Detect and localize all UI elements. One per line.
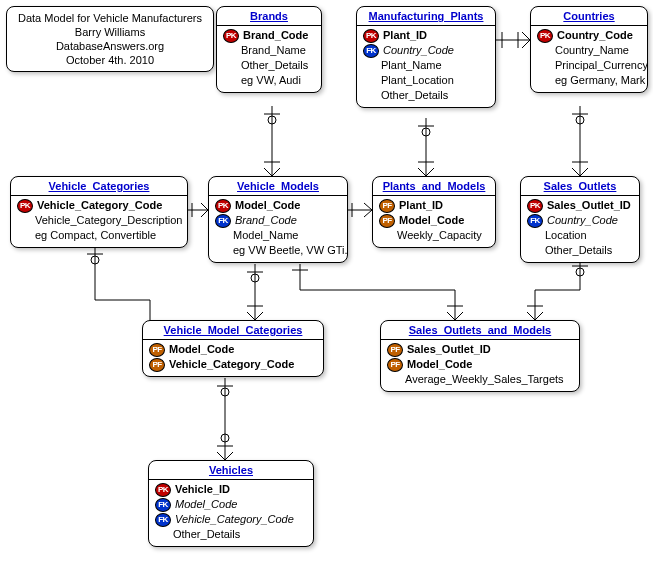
attribute-row: PKModel_Code bbox=[215, 198, 341, 213]
attribute-name: Average_Weekly_Sales_Targets bbox=[405, 372, 564, 387]
pk-icon: PK bbox=[155, 483, 171, 497]
pf-icon: PF bbox=[379, 199, 395, 213]
attribute-row: Location bbox=[527, 228, 633, 243]
svg-point-19 bbox=[576, 116, 584, 124]
attribute-name: Plant_ID bbox=[399, 198, 443, 213]
pf-icon: PF bbox=[379, 214, 395, 228]
entity-title: Vehicles bbox=[149, 461, 313, 480]
entity-body: PKSales_Outlet_IDFKCountry_CodeLocationO… bbox=[521, 196, 639, 262]
pk-icon: PK bbox=[17, 199, 33, 213]
key-spacer bbox=[155, 529, 169, 541]
entity-title: Vehicle_Models bbox=[209, 177, 347, 196]
attribute-row: PKPlant_ID bbox=[363, 28, 489, 43]
attribute-name: Plant_ID bbox=[383, 28, 427, 43]
key-spacer bbox=[527, 230, 541, 242]
attribute-row: PFPlant_ID bbox=[379, 198, 489, 213]
attribute-row: PKSales_Outlet_ID bbox=[527, 198, 633, 213]
attribute-name: Brand_Code bbox=[243, 28, 308, 43]
svg-line-53 bbox=[225, 452, 233, 460]
key-spacer bbox=[537, 45, 551, 57]
entity-title: Vehicle_Categories bbox=[11, 177, 187, 196]
svg-point-51 bbox=[221, 388, 229, 396]
entity-body: PFSales_Outlet_IDPFModel_CodeAverage_Wee… bbox=[381, 340, 579, 391]
attribute-row: eg Germany, Mark bbox=[537, 73, 641, 88]
attribute-name: Model_Code bbox=[399, 213, 464, 228]
pk-icon: PK bbox=[363, 29, 379, 43]
entity-body: PKCountry_CodeCountry_NamePrincipal_Curr… bbox=[531, 26, 647, 92]
svg-line-30 bbox=[201, 203, 208, 210]
attribute-row: Plant_Location bbox=[363, 73, 489, 88]
attribute-name: Model_Code bbox=[235, 198, 300, 213]
attribute-row: Vehicle_Category_Description bbox=[17, 213, 181, 228]
attribute-row: Plant_Name bbox=[363, 58, 489, 73]
attribute-name: Other_Details bbox=[173, 527, 240, 542]
entity-body: PKModel_CodeFKBrand_CodeModel_Nameeg VW … bbox=[209, 196, 347, 262]
svg-line-14 bbox=[418, 168, 426, 176]
entity-title: Brands bbox=[217, 7, 321, 26]
key-spacer bbox=[379, 230, 393, 242]
attribute-name: Brand_Code bbox=[235, 213, 297, 228]
note-line-4: October 4th. 2010 bbox=[15, 53, 205, 67]
attribute-name: Location bbox=[545, 228, 587, 243]
svg-line-52 bbox=[217, 452, 225, 460]
key-spacer bbox=[223, 45, 237, 57]
attribute-row: FKCountry_Code bbox=[363, 43, 489, 58]
attribute-row: Model_Name bbox=[215, 228, 341, 243]
attribute-row: PKVehicle_Category_Code bbox=[17, 198, 181, 213]
attribute-name: Weekly_Capacity bbox=[397, 228, 482, 243]
attribute-name: eg Compact, Convertible bbox=[35, 228, 156, 243]
attribute-name: Country_Code bbox=[557, 28, 633, 43]
attribute-name: eg Germany, Mark bbox=[555, 73, 645, 88]
svg-point-45 bbox=[576, 268, 584, 276]
attribute-row: eg VW Beetle, VW GTi. bbox=[215, 243, 341, 258]
svg-line-41 bbox=[447, 312, 455, 320]
attribute-name: Plant_Name bbox=[381, 58, 442, 73]
entity-title: Plants_and_Models bbox=[373, 177, 495, 196]
attribute-name: Country_Code bbox=[547, 213, 618, 228]
attribute-name: Model_Code bbox=[175, 497, 237, 512]
svg-line-47 bbox=[535, 312, 543, 320]
svg-line-15 bbox=[426, 168, 434, 176]
key-spacer bbox=[363, 60, 377, 72]
svg-line-20 bbox=[572, 168, 580, 176]
attribute-name: Principal_Currency bbox=[555, 58, 648, 73]
key-spacer bbox=[223, 75, 237, 87]
svg-line-35 bbox=[247, 312, 255, 320]
entity-title: Vehicle_Model_Categories bbox=[143, 321, 323, 340]
svg-line-26 bbox=[364, 203, 372, 210]
svg-line-21 bbox=[580, 168, 588, 176]
svg-line-27 bbox=[364, 210, 372, 217]
attribute-row: Other_Details bbox=[223, 58, 315, 73]
attribute-name: Vehicle_Category_Code bbox=[37, 198, 162, 213]
entity-manufacturing-plants: Manufacturing_Plants PKPlant_IDFKCountry… bbox=[356, 6, 496, 108]
attribute-row: PKVehicle_ID bbox=[155, 482, 307, 497]
attribute-name: Sales_Outlet_ID bbox=[407, 342, 491, 357]
key-spacer bbox=[537, 60, 551, 72]
attribute-name: Vehicle_Category_Code bbox=[175, 512, 294, 527]
erd-canvas: Data Model for Vehicle Manufacturers Bar… bbox=[0, 0, 653, 567]
pf-icon: PF bbox=[149, 358, 165, 372]
attribute-name: Model_Code bbox=[407, 357, 472, 372]
svg-line-8 bbox=[522, 40, 530, 48]
svg-line-3 bbox=[264, 168, 272, 176]
attribute-row: Principal_Currency bbox=[537, 58, 641, 73]
attribute-name: eg VW Beetle, VW GTi. bbox=[233, 243, 348, 258]
attribute-name: Other_Details bbox=[241, 58, 308, 73]
attribute-name: Country_Code bbox=[383, 43, 454, 58]
entity-sales-outlets: Sales_Outlets PKSales_Outlet_IDFKCountry… bbox=[520, 176, 640, 263]
entity-vehicle-models: Vehicle_Models PKModel_CodeFKBrand_CodeM… bbox=[208, 176, 348, 263]
attribute-name: Other_Details bbox=[381, 88, 448, 103]
svg-line-4 bbox=[272, 168, 280, 176]
entity-brands: Brands PKBrand_CodeBrand_NameOther_Detai… bbox=[216, 6, 322, 93]
note-line-1: Data Model for Vehicle Manufacturers bbox=[15, 11, 205, 25]
attribute-row: PFVehicle_Category_Code bbox=[149, 357, 317, 372]
pf-icon: PF bbox=[149, 343, 165, 357]
attribute-name: Country_Name bbox=[555, 43, 629, 58]
pk-icon: PK bbox=[537, 29, 553, 43]
fk-icon: FK bbox=[215, 214, 231, 228]
attribute-row: FKVehicle_Category_Code bbox=[155, 512, 307, 527]
entity-body: PFPlant_IDPFModel_CodeWeekly_Capacity bbox=[373, 196, 495, 247]
attribute-row: PFModel_Code bbox=[379, 213, 489, 228]
attribute-row: PFModel_Code bbox=[387, 357, 573, 372]
pk-icon: PK bbox=[223, 29, 239, 43]
